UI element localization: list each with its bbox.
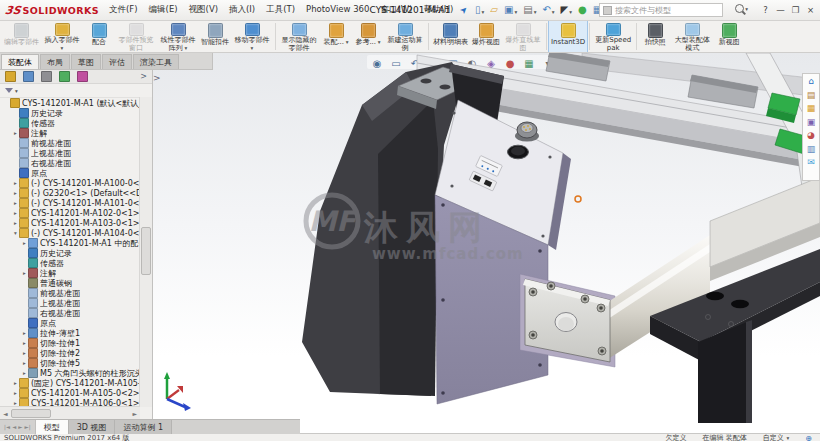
print-button[interactable]: ▤▾ bbox=[523, 5, 536, 15]
dropdown-caret-icon[interactable]: ▾ bbox=[569, 9, 572, 15]
menubar-item-6[interactable]: PhotoView 360 bbox=[306, 4, 369, 16]
dropdown-caret-icon[interactable]: ▾ bbox=[482, 9, 485, 15]
scrollbar-thumb[interactable] bbox=[141, 227, 151, 275]
tree-item[interactable]: ▸CYS-141201-M-A105-0<2> (默认< bbox=[0, 388, 140, 398]
tree-item[interactable]: 普通碳钢 bbox=[0, 278, 140, 288]
featuremanager-tab-icon[interactable] bbox=[5, 71, 16, 82]
ribbon-bill-of-materials-button[interactable]: 材料明细表 bbox=[431, 21, 470, 52]
tab-装配体[interactable]: 装配体 bbox=[1, 54, 39, 69]
model-tab-2[interactable]: 3D 视图 bbox=[69, 420, 116, 434]
expand-arrow-icon[interactable]: ▸ bbox=[12, 220, 19, 226]
menubar-item-5[interactable]: 工具(T) bbox=[266, 4, 295, 16]
tab-评估[interactable]: 评估 bbox=[102, 54, 132, 69]
menubar-item-2[interactable]: 编辑(E) bbox=[149, 4, 178, 16]
expand-arrow-icon[interactable]: ▸ bbox=[21, 360, 28, 366]
tree-item[interactable]: 右视基准面 bbox=[0, 308, 140, 318]
help-button[interactable]: ? bbox=[758, 2, 773, 17]
status-item-3[interactable]: 自定义 ▾ bbox=[763, 433, 790, 441]
tree-item[interactable]: 上视基准面 bbox=[0, 298, 140, 308]
expand-arrow-icon[interactable]: ▸ bbox=[21, 330, 28, 336]
ribbon-new-view-button[interactable]: 新视图 bbox=[713, 21, 745, 52]
panel-expand-chevron[interactable]: > bbox=[140, 72, 147, 81]
ribbon-reference-geometry-button[interactable]: 参考... ▾ bbox=[352, 21, 384, 52]
zoom-area-icon[interactable]: ▭ bbox=[391, 58, 400, 69]
menubar-item-8[interactable]: 帮助(H) bbox=[423, 4, 453, 16]
tree-item[interactable]: ▸注解 bbox=[0, 268, 140, 278]
file-explorer-icon[interactable]: ▦ bbox=[807, 103, 816, 113]
view-palette-icon[interactable]: ▣ bbox=[807, 117, 816, 127]
dropdown-caret-icon[interactable]: ▾ bbox=[344, 39, 349, 45]
tab-scroll-last-icon[interactable]: ►| bbox=[25, 424, 31, 430]
tree-item[interactable]: ▸CYS-141201-M-A102-0<1> -> (默 bbox=[0, 208, 140, 218]
tree-item[interactable]: 前视基准面 bbox=[0, 288, 140, 298]
scroll-right-icon[interactable]: ► bbox=[129, 410, 140, 417]
design-library-icon[interactable]: ▤ bbox=[807, 90, 816, 100]
ribbon-move-component-button[interactable]: 移动零部件 ▾ bbox=[231, 21, 273, 52]
dropdown-caret-icon[interactable]: ▾ bbox=[534, 9, 537, 15]
save-button[interactable]: ▣▾ bbox=[504, 5, 517, 15]
expand-arrow-icon[interactable]: ▸ bbox=[21, 340, 28, 346]
ribbon-instant3d-button[interactable]: Instant3D bbox=[549, 21, 587, 52]
menubar-item-3[interactable]: 视图(V) bbox=[189, 4, 218, 16]
scrollbar-thumb[interactable] bbox=[11, 409, 51, 418]
tab-渲染工具[interactable]: 渲染工具 bbox=[133, 54, 179, 69]
restore-button[interactable]: ❐ bbox=[788, 2, 803, 17]
tree-item[interactable]: ▸注解 bbox=[0, 128, 140, 138]
expand-arrow-icon[interactable]: ▸ bbox=[12, 180, 19, 186]
tab-scroll-previous-icon[interactable]: ◄ bbox=[12, 424, 16, 430]
search-caret-icon[interactable]: ▾ bbox=[745, 6, 748, 12]
appearances-icon[interactable]: ◕ bbox=[807, 130, 815, 140]
ribbon-update-speedpak-button[interactable]: 更新Speedpak bbox=[592, 21, 634, 52]
menubar-item-7[interactable]: 窗口(W) bbox=[380, 4, 412, 16]
tab-布局[interactable]: 布局 bbox=[40, 54, 70, 69]
pin-menu-icon[interactable]: ➤ bbox=[458, 4, 470, 16]
tree-item[interactable]: 右视基准面 bbox=[0, 158, 140, 168]
displaymanager-tab-icon[interactable] bbox=[77, 71, 88, 82]
tree-vertical-scrollbar[interactable] bbox=[139, 97, 152, 407]
tree-item[interactable]: 前视基准面 bbox=[0, 138, 140, 148]
tree-item[interactable]: 原点 bbox=[0, 168, 140, 178]
tree-item[interactable]: ▸(-) G2320<1> (Default<<Default>_ bbox=[0, 188, 140, 198]
dropdown-caret-icon[interactable]: ▾ bbox=[552, 9, 555, 15]
scroll-left-icon[interactable]: ◄ bbox=[0, 410, 11, 417]
tree-item[interactable]: 上视基准面 bbox=[0, 148, 140, 158]
tree-item[interactable]: ▸CYS-141201-M-A103-0<1> (默认< bbox=[0, 218, 140, 228]
forum-icon[interactable]: ✉ bbox=[807, 157, 815, 167]
zoom-fit-icon[interactable]: ◉ bbox=[373, 58, 382, 69]
menubar-item-4[interactable]: 插入(I) bbox=[229, 4, 255, 16]
graphics-viewport[interactable]: ◉▭↶◧▣◐◈●▦▾ bbox=[152, 53, 820, 433]
dropdown-caret-icon[interactable]: ▾ bbox=[61, 45, 64, 51]
propertymanager-tab-icon[interactable] bbox=[23, 71, 34, 82]
dropdown-caret-icon[interactable]: ▾ bbox=[785, 435, 790, 441]
tree-item[interactable]: 历史记录 bbox=[0, 248, 140, 258]
tree-item[interactable]: ▸拉伸-薄壁1 bbox=[0, 328, 140, 338]
tree-item[interactable]: 传感器 bbox=[0, 258, 140, 268]
apply-scene-icon[interactable]: ▦ bbox=[524, 58, 533, 69]
tree-horizontal-scrollbar[interactable]: ◄ ► bbox=[0, 406, 140, 419]
tree-item[interactable]: ▾(-) CYS-141201-M-A104-0<1> (默认 bbox=[0, 228, 140, 238]
tree-item[interactable]: CYS-141201-M-A1 (默认<默认_显示状 bbox=[0, 98, 140, 108]
tree-item[interactable]: ▸M5 六角凹头螺钉的柱形沉头孔4 bbox=[0, 368, 140, 378]
dropdown-caret-icon[interactable]: ▾ bbox=[376, 39, 381, 45]
search-input[interactable]: 搜索文件与模型 bbox=[599, 3, 723, 17]
ribbon-insert-components-button[interactable]: 插入零部件 ▾ bbox=[41, 21, 83, 52]
tree-item[interactable]: ▸(-) CYS-141201-M-A100-0<1> (默认 bbox=[0, 178, 140, 188]
ribbon-assembly-features-button[interactable]: 装配... ▾ bbox=[320, 21, 352, 52]
expand-arrow-icon[interactable]: ▸ bbox=[21, 370, 28, 376]
filter-caret-icon[interactable]: ▾ bbox=[15, 88, 18, 94]
tree-item[interactable]: 原点 bbox=[0, 318, 140, 328]
expand-arrow-icon[interactable]: ▸ bbox=[12, 200, 19, 206]
dropdown-caret-icon[interactable]: ▾ bbox=[514, 9, 517, 15]
menubar-item-1[interactable]: 文件(F) bbox=[109, 4, 138, 16]
expand-arrow-icon[interactable]: ▸ bbox=[21, 240, 28, 246]
ribbon-take-snapshot-button[interactable]: 拍快照 bbox=[639, 21, 671, 52]
custom-properties-icon[interactable]: ▥ bbox=[807, 144, 816, 154]
expand-arrow-icon[interactable]: ▸ bbox=[21, 350, 28, 356]
new-document-button[interactable]: ▯▾ bbox=[475, 5, 484, 15]
tree-item[interactable]: ▸切除-拉伸5 bbox=[0, 358, 140, 368]
expand-arrow-icon[interactable]: ▸ bbox=[12, 130, 19, 136]
dropdown-caret-icon[interactable]: ▾ bbox=[183, 45, 188, 51]
model-tab-1[interactable]: 模型 bbox=[36, 420, 69, 434]
dimxpertmanager-tab-icon[interactable] bbox=[59, 71, 70, 82]
tree-item[interactable]: 传感器 bbox=[0, 118, 140, 128]
